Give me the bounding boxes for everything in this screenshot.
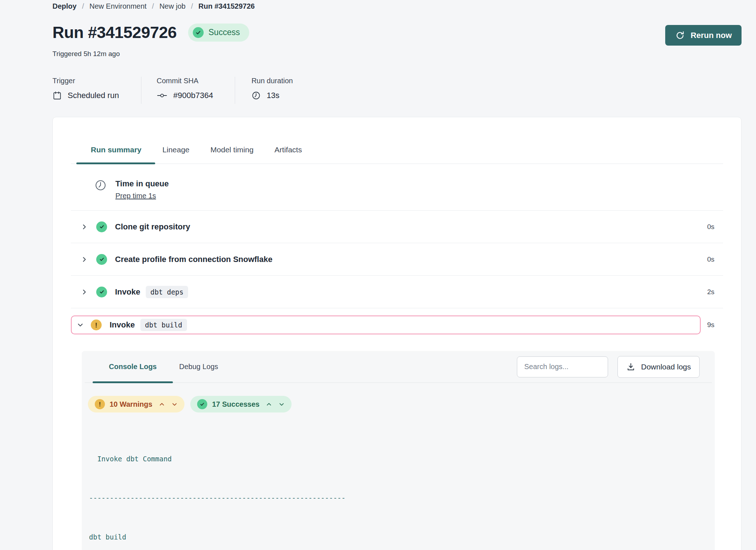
breadcrumb-item-deploy[interactable]: Deploy [52,2,77,10]
step-row-clone-git[interactable]: Clone git repository 0s [71,211,723,243]
logs-panel: Console Logs Debug Logs Download logs ! … [82,351,715,550]
step-title: Create profile from connection Snowflake [115,255,272,264]
check-circle-icon [193,27,204,38]
chevron-right-icon[interactable] [81,256,88,263]
tab-run-summary[interactable]: Run summary [91,145,141,164]
prep-time-link[interactable]: Prep time 1s [115,192,156,200]
page-title: Run #341529726 [52,22,177,43]
caret-down-icon[interactable] [171,401,178,407]
breadcrumb-item-run: Run #341529726 [198,2,255,10]
meta-commit-label: Commit SHA [157,77,213,85]
time-in-queue-section: Time in queue Prep time 1s [71,164,723,211]
search-logs-input[interactable] [517,356,608,377]
chevron-down-icon[interactable] [77,322,84,328]
meta-duration: Run duration 13s [235,77,293,104]
page-header: Deploy / New Environment / New job / Run… [0,0,756,104]
tab-debug-logs[interactable]: Debug Logs [179,351,218,383]
step-command-code: dbt build [140,319,187,331]
tab-artifacts[interactable]: Artifacts [275,145,302,164]
step-warning-highlight-box[interactable]: ! Invoke dbt build [71,316,701,334]
clock-icon [94,179,107,200]
log-line: dbt build [89,530,708,543]
breadcrumb: Deploy / New Environment / New job / Run… [52,2,742,10]
check-circle-icon [96,287,107,297]
warnings-badge-label: 10 Warnings [110,400,152,409]
warning-circle-icon: ! [95,399,105,409]
breadcrumb-separator: / [152,2,154,10]
step-duration: 2s [707,288,714,296]
clock-icon [251,91,261,100]
title-row: Run #341529726 Success Rerun now [52,19,742,46]
step-row-create-profile[interactable]: Create profile from connection Snowflake… [71,243,723,276]
chevron-right-icon[interactable] [81,224,88,230]
step-row-dbt-deps[interactable]: Invoke dbt deps 2s [71,276,723,308]
triggered-timestamp: Triggered 5h 12m ago [52,50,742,58]
check-circle-icon [197,399,207,409]
log-line-divider: ----------------------------------------… [89,491,708,504]
caret-down-icon[interactable] [279,401,285,407]
check-circle-icon [96,221,107,232]
meta-duration-label: Run duration [251,77,293,85]
rerun-now-label: Rerun now [691,31,732,40]
step-row-dbt-build[interactable]: ! Invoke dbt build 9s [71,308,723,342]
step-title: Invoke [110,320,135,330]
logs-panel-header: Console Logs Debug Logs Download logs [85,351,712,383]
tab-model-timing[interactable]: Model timing [211,145,254,164]
breadcrumb-item-job[interactable]: New job [160,2,186,10]
calendar-icon [52,91,62,100]
step-duration: 0s [707,255,714,263]
step-duration: 0s [707,223,714,231]
successes-badge-label: 17 Successes [212,400,259,409]
rerun-now-button[interactable]: Rerun now [665,25,742,46]
successes-badge[interactable]: 17 Successes [190,396,292,412]
run-meta: Trigger Scheduled run Commit SHA #900b73… [52,77,742,104]
run-detail-card: Run summary Lineage Model timing Artifac… [52,117,742,550]
step-title: Invoke [115,287,140,297]
step-duration: 9s [707,321,714,329]
breadcrumb-separator: / [82,2,84,10]
step-title: Clone git repository [115,222,190,232]
log-summary-badges: ! 10 Warnings 17 Successes [82,383,715,412]
refresh-icon [675,30,685,41]
warning-circle-icon: ! [91,320,102,330]
step-command-code: dbt deps [146,286,188,298]
run-tabs: Run summary Lineage Model timing Artifac… [71,145,723,164]
meta-commit: Commit SHA #900b7364 [141,77,235,104]
status-badge: Success [188,24,249,42]
meta-trigger-value: Scheduled run [68,91,119,100]
breadcrumb-separator: / [191,2,193,10]
commit-icon [157,91,167,100]
console-log-output: Invoke dbt Command ---------------------… [82,426,715,550]
meta-commit-value: #900b7364 [173,91,213,100]
check-circle-icon [96,254,107,265]
time-in-queue-title: Time in queue [115,178,169,189]
breadcrumb-item-environment[interactable]: New Environment [89,2,146,10]
warnings-badge[interactable]: ! 10 Warnings [88,396,184,412]
caret-up-icon[interactable] [159,401,165,407]
status-badge-label: Success [208,28,240,37]
meta-trigger-label: Trigger [52,77,141,85]
download-logs-label: Download logs [641,363,691,371]
tab-lineage[interactable]: Lineage [162,145,190,164]
chevron-right-icon[interactable] [81,289,88,295]
meta-trigger: Trigger Scheduled run [52,77,141,104]
caret-up-icon[interactable] [266,401,272,407]
meta-duration-value: 13s [267,91,279,100]
log-line: Invoke dbt Command [89,452,708,465]
download-logs-button[interactable]: Download logs [617,356,700,378]
download-icon [626,362,636,372]
tab-console-logs[interactable]: Console Logs [109,351,157,383]
